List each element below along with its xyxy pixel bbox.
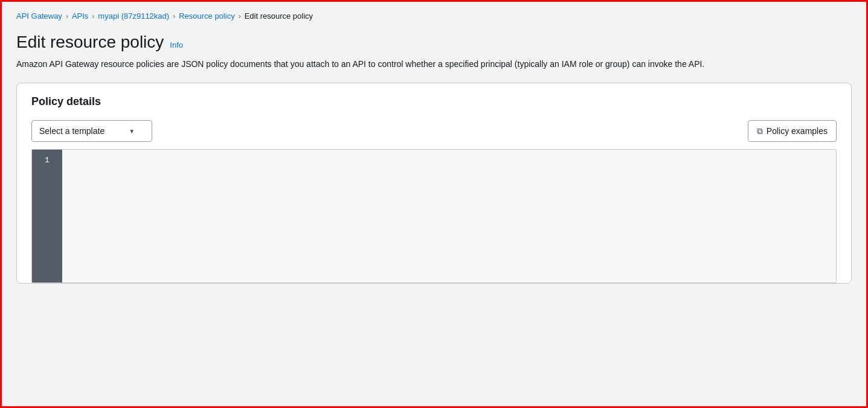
chevron-down-icon: ▼ <box>129 128 135 135</box>
template-select-label: Select a template <box>39 126 104 136</box>
info-link[interactable]: Info <box>170 40 183 49</box>
breadcrumb-separator-1: › <box>66 12 68 21</box>
breadcrumb-current: Edit resource policy <box>245 11 313 21</box>
policy-examples-button[interactable]: ⧉ Policy examples <box>748 120 837 142</box>
breadcrumb-myapi[interactable]: myapi (87z9112kad) <box>98 11 169 21</box>
policy-details-title: Policy details <box>31 95 837 108</box>
page-description: Amazon API Gateway resource policies are… <box>16 58 832 71</box>
template-select-dropdown[interactable]: Select a template ▼ <box>31 120 152 142</box>
code-editor-content: 1 <box>32 150 836 282</box>
policy-card: Policy details Select a template ▼ ⧉ Pol… <box>16 83 852 284</box>
code-textarea[interactable] <box>62 150 836 282</box>
code-editor: 1 <box>31 149 837 283</box>
breadcrumb-separator-4: › <box>239 12 241 21</box>
line-numbers: 1 <box>32 150 62 282</box>
page-container: API Gateway › APIs › myapi (87z9112kad) … <box>2 2 866 298</box>
breadcrumb-resource-policy[interactable]: Resource policy <box>179 11 235 21</box>
breadcrumb-apis[interactable]: APIs <box>72 11 88 21</box>
line-number-1: 1 <box>37 155 57 167</box>
breadcrumb: API Gateway › APIs › myapi (87z9112kad) … <box>16 11 852 21</box>
external-link-icon: ⧉ <box>757 126 763 136</box>
breadcrumb-separator-2: › <box>92 12 94 21</box>
page-title-row: Edit resource policy Info <box>16 33 852 52</box>
breadcrumb-separator-3: › <box>173 12 175 21</box>
page-title: Edit resource policy <box>16 33 164 52</box>
breadcrumb-api-gateway[interactable]: API Gateway <box>16 11 62 21</box>
policy-examples-label: Policy examples <box>767 126 828 136</box>
controls-row: Select a template ▼ ⧉ Policy examples <box>31 120 837 142</box>
